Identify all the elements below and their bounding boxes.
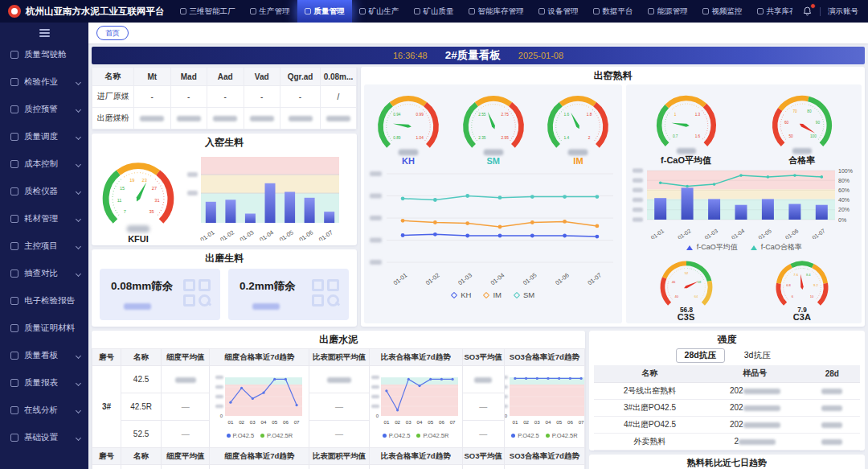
legend-item-IM[interactable]: IM xyxy=(484,290,502,299)
energy-mgmt-icon xyxy=(648,8,654,14)
im-gauge-svg: 1.41.61.82 xyxy=(539,86,616,160)
chevron-down-icon xyxy=(76,380,81,385)
sidebar-item-consumables-mgmt[interactable]: 耗材管理 xyxy=(0,205,88,232)
chevron-down-icon xyxy=(76,243,81,249)
legend-item-fcao-avg[interactable]: f-CaO平均值 xyxy=(686,242,738,253)
cement-col-header: SO3平均值 xyxy=(462,349,504,366)
cement-col-header: 比表面积平均值 xyxy=(309,349,369,366)
svg-text:01-02: 01-02 xyxy=(677,228,692,239)
nav-item-label: 生产管理 xyxy=(260,6,290,17)
sidebar-item-quality-cockpit[interactable]: 质量驾驶舱 xyxy=(0,41,88,68)
c3s-gauge-svg: 404652586456.8 xyxy=(653,253,719,316)
platform-title: 杭州山亚南方水泥工业互联网平台 xyxy=(26,6,165,18)
legend-item-KH[interactable]: KH xyxy=(452,290,471,299)
account-name[interactable]: 演示账号 xyxy=(828,6,858,17)
nav-item-smart-inventory[interactable]: 智能库存管理 xyxy=(461,0,531,23)
svg-text:80%: 80% xyxy=(838,178,850,183)
sidebar-item-quality-cert-materials[interactable]: 质量证明材料 xyxy=(0,315,88,342)
nav-item-equipment-mgmt[interactable]: 设备管理 xyxy=(531,0,586,23)
sidebar-item-e-inspection-report[interactable]: 电子检验报告 xyxy=(0,287,88,315)
sidebar-item-online-analysis[interactable]: 在线分析 xyxy=(0,397,88,424)
coal-cell xyxy=(207,108,244,130)
raw-meal-title: 入窑生料 xyxy=(92,134,357,151)
nav-item-mine-production[interactable]: 矿山生产 xyxy=(352,0,407,23)
fcao-chart-legend: f-CaO平均值f-CaO合格率 xyxy=(628,242,860,253)
svg-text:1.6: 1.6 xyxy=(694,134,700,138)
sidebar-item-quality-board[interactable]: 质量看板 xyxy=(0,342,88,369)
svg-text:07: 07 xyxy=(293,419,299,425)
kfui-gauge: 711151923273135KFUI xyxy=(93,151,183,244)
sidebar-item-label: 主控项目 xyxy=(24,241,71,252)
blurred-value xyxy=(175,377,196,383)
sidebar-item-label: 耗材管理 xyxy=(24,213,71,224)
strength-col-header: 名称 xyxy=(594,365,706,382)
basic-settings-icon xyxy=(10,434,18,442)
cement-row-clipped xyxy=(92,465,585,469)
svg-text:6.8: 6.8 xyxy=(786,283,791,287)
sidebar-item-inspection-jobs[interactable]: 检验作业 xyxy=(0,68,88,96)
svg-text:7.6: 7.6 xyxy=(793,273,798,277)
sidebar-collapse-icon[interactable] xyxy=(39,29,50,37)
spark-legend-item: P.O42.5 xyxy=(227,432,255,439)
spark-legend: P.O42.5P.O42.5R xyxy=(383,432,449,440)
svg-text:0%: 0% xyxy=(838,217,846,223)
consumables-mgmt-icon xyxy=(10,215,18,223)
svg-text:1.3: 1.3 xyxy=(694,113,700,117)
sidebar-item-main-control-items[interactable]: 主控项目 xyxy=(0,232,88,260)
sidebar-item-quality-reports[interactable]: 质量报表 xyxy=(0,369,88,397)
nav-item-smart-factory[interactable]: 三维智能工厂 xyxy=(173,0,243,23)
strength-tab-28d[interactable]: 28d抗压 xyxy=(676,348,725,363)
fcao-gauges: 0.711.31.6f-CaO平均值5060708090100合格率 xyxy=(628,86,860,167)
svg-text:100%: 100% xyxy=(838,168,853,174)
coal-cell: / xyxy=(321,86,357,108)
mine-production-icon xyxy=(359,8,366,14)
notification-bell-icon[interactable] xyxy=(802,6,813,17)
sidebar-item-basic-settings[interactable]: 基础设置 xyxy=(0,424,88,451)
sidebar-item-quality-dispatch[interactable]: 质量调度 xyxy=(0,123,88,150)
nav-item-energy-mgmt[interactable]: 能源管理 xyxy=(641,0,695,23)
blurred-value xyxy=(327,377,351,383)
coal-col-header: Mad xyxy=(170,68,207,86)
nav-item-production-mgmt[interactable]: 生产管理 xyxy=(243,0,297,23)
blurred-value xyxy=(213,116,237,121)
kh-gauge-title: KH xyxy=(402,156,415,166)
coal-cell: - xyxy=(170,86,207,108)
spark-legend-item: P.O42.5R xyxy=(546,432,578,439)
nav-item-data-platform[interactable]: 数据平台 xyxy=(586,0,641,23)
svg-text:01: 01 xyxy=(513,419,518,425)
clinker-trend-card: 熟料耗比近七日趋势 10080 xyxy=(589,455,865,469)
svg-text:1.04: 1.04 xyxy=(416,136,424,140)
sidebar-item-qc-instruments[interactable]: 质检仪器 xyxy=(0,178,88,205)
svg-text:03: 03 xyxy=(250,419,256,425)
nav-item-label: 设备管理 xyxy=(548,6,579,17)
strength-card: 强度 28d抗压3d抗压 名称样品号28d2号线出窑熟料2023#出磨PO42.… xyxy=(589,331,865,450)
strength-name: 外卖熟料 xyxy=(594,433,706,450)
svg-text:9.2: 9.2 xyxy=(813,283,818,287)
c3s-gauge-title: C3S xyxy=(678,312,694,322)
breadcrumb-home[interactable]: 首页 xyxy=(96,26,129,40)
legend-item-fcao-rate[interactable]: f-CaO合格率 xyxy=(751,242,802,253)
trend-sparkline: 001020304050607 xyxy=(504,374,584,432)
cement-col-header: SO3合格率近7d趋势 xyxy=(504,349,584,366)
nav-item-shared-inventory[interactable]: 共享库存 xyxy=(750,0,793,23)
legend-item-SM[interactable]: SM xyxy=(514,290,534,299)
sidebar-item-quality-alert[interactable]: 质控预警 xyxy=(0,96,88,123)
svg-text:90: 90 xyxy=(816,121,821,125)
nav-item-label: 智能库存管理 xyxy=(478,6,524,17)
sidebar-item-spot-check-compare[interactable]: 抽查对比 xyxy=(0,260,88,287)
dot-icon xyxy=(260,434,264,438)
strength-tab-3d[interactable]: 3d抗压 xyxy=(736,349,779,362)
kh-gauge: 0.890.940.991.04KH xyxy=(370,86,447,166)
coal-row-name: 出磨煤粉 xyxy=(92,108,134,130)
sidebar-item-cost-control[interactable]: 成本控制 xyxy=(0,150,88,178)
nav-item-quality-mgmt[interactable]: 质量管理 xyxy=(297,0,352,23)
quality-alert-icon xyxy=(10,105,18,113)
sm-gauge-svg: 2.352.552.752.95 xyxy=(455,86,532,160)
nav-item-mine-quality[interactable]: 矿山质量 xyxy=(407,0,461,23)
spark-legend-item: P.O42.5R xyxy=(416,432,448,439)
nav-item-video-monitor[interactable]: 视频监控 xyxy=(695,0,750,23)
strength-name: 2号线出窑熟料 xyxy=(594,382,706,399)
triangle-icon xyxy=(751,245,757,250)
svg-text:7: 7 xyxy=(124,209,126,214)
cement-name: 42.5R xyxy=(121,393,162,421)
